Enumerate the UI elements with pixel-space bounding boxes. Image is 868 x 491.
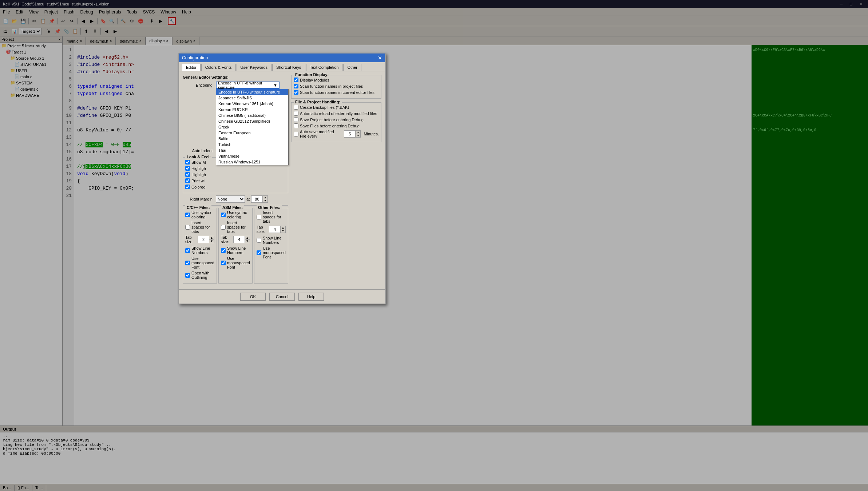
dialog-tab-other[interactable]: Other [343, 64, 361, 71]
save-project-checkbox[interactable] [294, 117, 298, 122]
menu-file[interactable]: File [0, 9, 13, 15]
cpp-syntax-checkbox[interactable] [185, 213, 190, 217]
dialog-tab-shortcut[interactable]: Shortcut Keys [272, 64, 305, 71]
target-select[interactable]: Target 1 [19, 28, 41, 35]
tree-mainc[interactable]: 📄 main.c [0, 74, 62, 80]
encoding-option-shiftjis[interactable]: Japanese Shift-JIS [216, 95, 288, 101]
nav-back-btn[interactable]: ◀ [79, 17, 87, 25]
tree-delayms[interactable]: 📄 delayms.c [0, 86, 62, 92]
tree-system[interactable]: 📁 SYSTEM [0, 80, 62, 86]
dialog-tab-completion[interactable]: Text Completion [306, 64, 343, 71]
tab-delayms-h[interactable]: delayms.h × [86, 37, 116, 45]
paste-btn[interactable]: 📌 [48, 17, 56, 25]
download-btn[interactable]: ⬇ [148, 17, 156, 25]
asm-syntax-checkbox[interactable] [221, 213, 226, 217]
save-files-checkbox[interactable] [294, 123, 298, 128]
encoding-option-thai[interactable]: Thai [216, 147, 288, 153]
nav-fwd-btn[interactable]: ▶ [88, 17, 96, 25]
menu-project[interactable]: Project [41, 9, 61, 15]
t2-btn10[interactable]: ▶ [111, 27, 119, 35]
t2-btn4[interactable]: 📌 [53, 27, 62, 35]
t2-btn7[interactable]: ⬆ [82, 27, 90, 35]
encoding-select-btn[interactable]: Encode in UTF-8 without signature ▼ [216, 82, 280, 89]
build-btn[interactable]: 🔨 [119, 17, 127, 25]
dialog-close-btn[interactable]: ✕ [378, 55, 382, 61]
menu-window[interactable]: Window [158, 9, 179, 15]
highlight2-checkbox[interactable] [185, 172, 190, 177]
encoding-option-baltic[interactable]: Baltic [216, 136, 288, 142]
t2-btn8[interactable]: ⬇ [91, 27, 99, 35]
debug-start-btn[interactable]: ▶ [156, 17, 165, 25]
asm-spaces-checkbox[interactable] [221, 225, 226, 230]
encoding-option-vietnamese[interactable]: Vietnamese [216, 153, 288, 159]
cpp-tabsize-value[interactable] [198, 236, 209, 243]
bottom-tab-bo[interactable]: Bo... [0, 485, 15, 491]
auto-save-down[interactable]: ▼ [355, 134, 360, 137]
encoding-option-big5[interactable]: Chinese BIG5 (Traditional) [216, 112, 288, 118]
tab-display-c-close[interactable]: × [166, 39, 169, 43]
tree-startup[interactable]: 📄 STARTUP.A51 [0, 61, 62, 67]
menu-debug[interactable]: Debug [78, 9, 96, 15]
create-backup-checkbox[interactable] [294, 105, 298, 110]
tree-user[interactable]: 📁 USER [0, 67, 62, 74]
help-btn[interactable]: Help [298, 293, 324, 301]
menu-view[interactable]: View [26, 9, 41, 15]
auto-save-checkbox[interactable] [294, 132, 298, 136]
tab-delayms-c[interactable]: delayms.c × [116, 37, 145, 45]
display-modules-checkbox[interactable] [294, 78, 298, 82]
encoding-option-greek[interactable]: Greek [216, 124, 288, 130]
auto-reload-checkbox[interactable] [294, 111, 298, 116]
tab-mainc[interactable]: main.c × [63, 37, 86, 45]
open-btn[interactable]: 📂 [10, 17, 18, 25]
asm-tabsize-down[interactable]: ▼ [245, 239, 250, 243]
scan-editor-checkbox[interactable] [294, 90, 298, 95]
tab-delayms-c-close[interactable]: × [139, 39, 142, 43]
cpp-outline-checkbox[interactable] [185, 273, 190, 278]
rebuild-btn[interactable]: ⚙ [128, 17, 136, 25]
other-spaces-checkbox[interactable] [257, 215, 261, 219]
tab-display-h-close[interactable]: × [193, 39, 195, 43]
cancel-btn[interactable]: Cancel [269, 293, 295, 301]
settings-btn[interactable]: 🔧 [168, 17, 176, 25]
encoding-option-gb2312[interactable]: Chinese GB2312 (Simplified) [216, 118, 288, 124]
tree-hardware[interactable]: 📁 HARDWARE [0, 92, 62, 98]
panel-close-btn[interactable]: × [59, 37, 61, 41]
ok-btn[interactable]: OK [240, 293, 266, 301]
copy-btn[interactable]: 📋 [39, 17, 47, 25]
auto-save-value[interactable] [344, 131, 355, 137]
colored-checkbox[interactable] [185, 185, 190, 189]
highlight1-checkbox[interactable] [185, 166, 190, 171]
cpp-mono-checkbox[interactable] [185, 261, 190, 265]
other-mono-checkbox[interactable] [257, 250, 261, 255]
asm-mono-checkbox[interactable] [221, 261, 226, 265]
undo-btn[interactable]: ↩ [59, 17, 67, 25]
bookmark-btn[interactable]: 🔖 [99, 17, 107, 25]
menu-edit[interactable]: Edit [13, 9, 26, 15]
cpp-tabsize-up[interactable]: ▲ [209, 236, 214, 239]
dialog-tab-editor[interactable]: Editor [182, 64, 201, 71]
menu-help[interactable]: Help [179, 9, 194, 15]
code-content[interactable]: #include <reg52.h> #include <intrins.h> … [74, 45, 752, 425]
asm-lineno-checkbox[interactable] [221, 248, 226, 253]
dialog-tab-keywords[interactable]: User Keywords [237, 64, 272, 71]
bottom-tab-fu[interactable]: {} Fu... [15, 485, 32, 491]
new-btn[interactable]: 📄 [1, 17, 9, 25]
other-tabsize-up[interactable]: ▲ [280, 226, 285, 229]
t2-btn6[interactable]: 📋 [71, 27, 79, 35]
other-lineno-checkbox[interactable] [257, 238, 261, 243]
close-window-btn[interactable]: ✕ [857, 2, 865, 7]
menu-tools[interactable]: Tools [124, 9, 140, 15]
tree-target1[interactable]: 🎯 Target 1 [0, 49, 62, 55]
other-tabsize-value[interactable] [269, 226, 280, 233]
save-btn[interactable]: 💾 [19, 17, 27, 25]
encoding-option-euckr[interactable]: Korean EUC-KR [216, 107, 288, 112]
cpp-tabsize-down[interactable]: ▼ [209, 239, 214, 243]
t2-btn9[interactable]: ◀ [102, 27, 110, 35]
menu-peripherals[interactable]: Peripherals [96, 9, 124, 15]
rightmargin-up[interactable]: ▲ [262, 196, 267, 199]
menu-svcs[interactable]: SVCS [140, 9, 158, 15]
t2-btn2[interactable]: 📊 [10, 27, 18, 35]
cpp-spaces-checkbox[interactable] [185, 225, 190, 230]
cut-btn[interactable]: ✂ [30, 17, 38, 25]
tab-mainc-close[interactable]: × [80, 39, 82, 43]
